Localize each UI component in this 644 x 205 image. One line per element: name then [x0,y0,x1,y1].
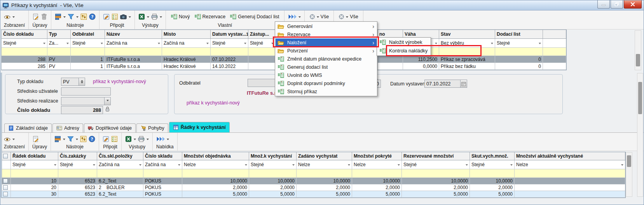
spinner-icon[interactable] [79,78,85,85]
menu-item[interactable]: Změnit datum plánované expedice [276,55,377,63]
entry-cell[interactable] [105,48,162,56]
column-header[interactable]: Řádek dokladu [11,152,58,160]
typ-dokladu-input[interactable]: PV [61,78,85,86]
trash-icon[interactable] [41,14,47,20]
filter-dropdown[interactable]: Začíná na [105,39,162,47]
column-header[interactable]: Číslo dokladu [2,30,47,38]
filter-dropdown[interactable]: Bez výběru [439,39,495,47]
menu-item[interactable]: Potvrzení› [276,47,377,55]
menu-item[interactable]: Uvolnit do WMS [276,71,377,79]
column-header[interactable]: Stav [439,30,495,38]
filter-dropdown[interactable]: Stejné [248,39,276,47]
eye-icon[interactable] [4,136,10,142]
entry-cell[interactable] [543,48,566,56]
filter-dropdown[interactable]: Stejné [71,39,105,47]
column-header[interactable]: Zadáno vychystat [297,152,352,160]
chevron-down-icon[interactable] [12,16,15,19]
select-all-checkbox[interactable] [3,154,8,158]
minimize-button[interactable] [597,0,610,9]
stredisko-realizace-input[interactable] [61,97,111,105]
restore-button[interactable] [611,0,623,9]
chevron-down-icon[interactable] [298,16,301,19]
entry-cell[interactable] [402,169,470,177]
filter-dropdown[interactable]: Začíná na [97,160,143,169]
view-settings-icon[interactable] [54,136,61,142]
chevron-down-icon[interactable] [129,16,131,19]
entry-cell[interactable] [495,48,543,56]
filter-dropdown[interactable]: Začíná na [143,160,182,169]
tab-dopl-kov-daje[interactable]: Doplňkové údaje [84,123,136,132]
grid-row[interactable]: 2065232 BOJLERPOKUS2,00002,00002,00002,0… [2,184,625,191]
tab-adresy[interactable]: Adresy [52,123,83,132]
sliders-icon[interactable] [80,14,87,20]
filter-dropdown[interactable]: Nelze [297,160,352,169]
entry-cell[interactable] [71,48,105,56]
printer-icon[interactable] [138,136,145,142]
column-header[interactable]: Čís.zakázky [58,152,97,160]
sliders-icon[interactable] [80,136,87,142]
entry-cell[interactable] [47,48,71,56]
chevron-down-icon[interactable] [147,16,149,19]
row-checkbox-cell[interactable] [2,178,11,184]
entry-cell[interactable] [515,169,625,177]
entry-cell[interactable] [352,169,402,177]
column-header[interactable]: Zástup... [248,30,276,38]
chevron-down-icon[interactable] [167,139,169,141]
menu-item[interactable]: Naložení› [276,38,377,47]
edit-document-icon[interactable] [32,14,39,20]
column-header[interactable]: Množství objednávka [182,152,249,160]
entry-cell[interactable] [58,169,97,177]
filter-dropdown[interactable]: Za... [47,39,71,47]
rezervace-button[interactable]: Rezervace [193,13,227,20]
column-header[interactable]: Odběratel [71,30,105,38]
checklist-icon[interactable] [111,136,118,142]
menu-item[interactable]: Naložit výrobek [377,38,430,47]
eye-icon[interactable] [4,14,10,20]
column-header[interactable]: Skut.vych.množ. [470,152,515,160]
filter-dropdown[interactable]: Stejné [58,160,97,169]
column-header[interactable]: Množ.k vychystání [249,152,297,160]
column-header[interactable]: Čís.skl.položky [97,152,143,160]
column-header[interactable]: Místo [162,30,211,38]
menu-item[interactable]: Generování› [276,22,377,30]
column-header[interactable]: Dodací list [495,30,543,38]
filter-dropdown[interactable]: Nelze [352,160,402,169]
entry-cell[interactable] [249,169,297,177]
notepad-icon[interactable] [103,14,110,20]
chevron-down-icon[interactable] [160,16,162,19]
checklist-icon[interactable] [112,14,118,20]
row-checkbox[interactable] [3,179,8,183]
entry-cell[interactable] [2,169,11,177]
scope-vse-button-1[interactable]: Vše [308,14,330,20]
edit-document-icon[interactable] [32,136,39,142]
filter-dropdown[interactable]: Stejné [470,160,515,169]
filter-funnel-icon[interactable] [67,136,74,142]
tab-pohyby[interactable]: Pohyby [136,123,168,132]
filter-dropdown[interactable]: Stejné [2,39,47,47]
close-button[interactable] [624,0,642,9]
entry-cell[interactable] [297,169,352,177]
chevron-down-icon[interactable] [63,139,65,141]
excel-export-icon[interactable] [138,14,145,20]
column-header[interactable]: Datum vystav...1 [211,30,248,38]
menu-item[interactable]: Generuj dodací list [276,63,377,71]
column-header[interactable]: Typ [47,30,71,38]
entry-cell[interactable] [143,169,182,177]
scrollbar-thumb[interactable] [636,54,640,66]
menu-item[interactable]: Doplnit dopravní podmínky [276,79,377,87]
tab--dky-k-vychyst-n-[interactable]: Řádky k vychystání [169,122,230,132]
notepad-icon[interactable] [103,136,109,142]
tab-z-kladn-daje[interactable]: Základní údaje [4,123,52,132]
filter-dropdown[interactable]: Nelze [182,160,249,169]
view-settings-icon[interactable] [55,14,61,20]
filter-dropdown[interactable]: Stejné [495,39,543,47]
grid-row[interactable]: 1065236.2_TextPOKUS10,000010,000010,0000… [2,178,625,184]
printer-icon[interactable] [151,14,158,20]
scope-vse-button-2[interactable]: Vše [337,14,360,20]
entry-cell[interactable] [2,48,47,56]
help-icon[interactable]: ? [89,14,96,20]
filter-dropdown[interactable]: Stejné [249,160,297,169]
chevron-down-icon[interactable] [147,139,149,141]
column-header[interactable]: Rezervované množství [402,152,470,160]
chevron-down-icon[interactable] [76,139,78,141]
